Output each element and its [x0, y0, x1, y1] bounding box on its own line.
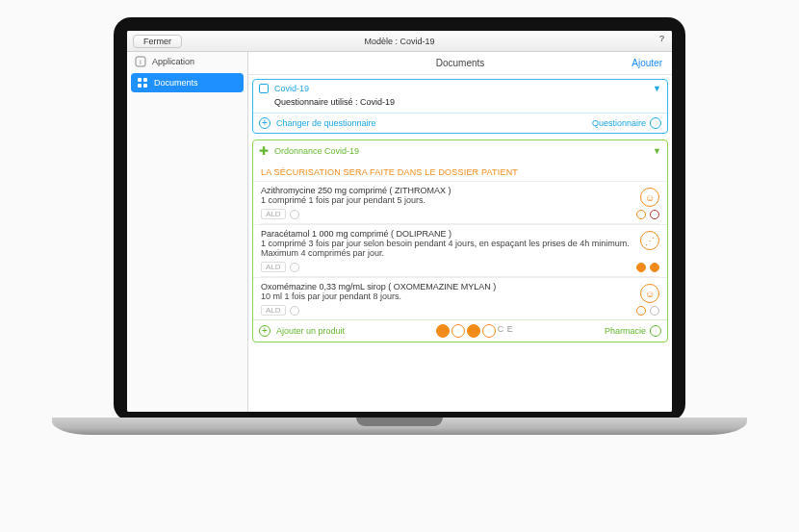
sidebar-item-label: Documents: [154, 78, 198, 88]
status-dot-icon: [636, 263, 646, 272]
add-product-label: Ajouter un produit: [276, 326, 345, 336]
info-icon: i: [135, 56, 146, 67]
close-button[interactable]: Fermer: [133, 35, 182, 48]
prescription-card: ✚ Ordonnance Covid-19 ▼ LA SÉCURISATION …: [252, 139, 668, 342]
status-dot-icon: [636, 306, 646, 316]
help-button[interactable]: ?: [659, 34, 664, 43]
main-header: Documents Ajouter: [248, 52, 672, 75]
svg-rect-5: [143, 84, 147, 88]
gear-icon: [650, 325, 661, 337]
doc-icon: [259, 84, 269, 93]
grid-icon: [137, 77, 148, 89]
change-questionnaire-button[interactable]: + Changer de questionnaire: [259, 117, 376, 129]
medication-dosage: 1 comprimé 3 fois par jour selon besoin …: [261, 239, 659, 258]
status-dot-warning-icon: [650, 210, 659, 219]
status-dot-icon: [650, 306, 659, 316]
main-title: Documents: [436, 58, 485, 68]
legend-icon: [451, 324, 465, 338]
pharmacie-label: Pharmacie: [605, 326, 646, 336]
svg-rect-3: [143, 78, 147, 82]
questionnaire-title: Covid-19: [274, 84, 309, 93]
app-window: Fermer Modèle : Covid-19 ? i Application: [127, 31, 672, 412]
laptop-frame: Fermer Modèle : Covid-19 ? i Application: [114, 17, 685, 421]
questionnaire-subtitle: Questionnaire utilisé : Covid-19: [253, 97, 667, 113]
questionnaire-header[interactable]: Covid-19 ▼: [253, 80, 667, 97]
ald-indicator-icon: [290, 306, 299, 316]
window-title: Modèle : Covid-19: [127, 37, 672, 46]
ce-mark: C E: [498, 324, 514, 338]
prescription-action-bar: + Ajouter un produit C E: [253, 319, 667, 342]
plus-icon: +: [259, 325, 271, 337]
legend-icon: [436, 324, 450, 338]
prescription-header[interactable]: ✚ Ordonnance Covid-19 ▼: [253, 140, 667, 162]
status-badge-icon: ☺: [640, 284, 659, 303]
legend-icon: [467, 324, 480, 338]
questionnaire-card: Covid-19 ▼ Questionnaire utilisé : Covid…: [252, 79, 668, 134]
questionnaire-settings-button[interactable]: Questionnaire: [592, 117, 661, 129]
main-panel: Documents Ajouter Covid-19 ▼ Questionnai…: [248, 52, 672, 412]
medication-item[interactable]: Azithromycine 250 mg comprimé ( ZITHROMA…: [253, 181, 667, 223]
status-dot-icon: [650, 263, 659, 272]
app-body: i Application Documents Documents Ajoute…: [127, 52, 672, 412]
pharmacie-settings-button[interactable]: Pharmacie: [605, 325, 661, 337]
svg-rect-4: [138, 84, 142, 88]
medical-cross-icon: ✚: [259, 144, 269, 158]
medication-name: Paracétamol 1 000 mg comprimé ( DOLIPRAN…: [261, 229, 659, 239]
add-product-button[interactable]: + Ajouter un produit: [259, 325, 345, 337]
prescription-legend-icons: C E: [436, 324, 514, 338]
sidebar-item-label: Application: [152, 57, 194, 66]
medication-status-icons: ☺: [640, 284, 659, 303]
change-questionnaire-label: Changer de questionnaire: [276, 118, 376, 128]
medication-item[interactable]: Oxomémazine 0,33 mg/mL sirop ( OXOMEMAZI…: [253, 277, 667, 319]
status-dot-icon: [636, 210, 646, 219]
ald-toggle[interactable]: ALD: [261, 209, 286, 219]
sidebar: i Application Documents: [127, 52, 248, 412]
ald-toggle[interactable]: ALD: [261, 262, 286, 272]
prescription-title: Ordonnance Covid-19: [274, 146, 359, 156]
medication-name: Oxomémazine 0,33 mg/mL sirop ( OXOMEMAZI…: [261, 282, 659, 291]
laptop-notch: [356, 418, 443, 426]
window-topbar: Fermer Modèle : Covid-19 ?: [127, 31, 672, 52]
ald-indicator-icon: [290, 263, 299, 272]
gear-icon: [650, 117, 661, 129]
medication-name: Azithromycine 250 mg comprimé ( ZITHROMA…: [261, 186, 659, 195]
sidebar-item-documents[interactable]: Documents: [131, 73, 244, 92]
medication-dosage: 1 comprimé 1 fois par jour pendant 5 jou…: [261, 195, 659, 205]
svg-text:i: i: [140, 58, 142, 66]
ald-indicator-icon: [290, 210, 299, 219]
plus-icon: +: [259, 117, 271, 129]
add-button[interactable]: Ajouter: [631, 58, 662, 68]
medication-status-icons: ⋰: [640, 231, 659, 250]
legend-icon: [482, 324, 496, 338]
chevron-down-icon[interactable]: ▼: [653, 146, 661, 156]
questionnaire-right-label: Questionnaire: [592, 118, 646, 128]
sidebar-item-application[interactable]: i Application: [127, 52, 247, 71]
medication-dosage: 10 ml 1 fois par jour pendant 8 jours.: [261, 291, 659, 301]
medication-status-icons: ☺: [640, 188, 659, 207]
ald-toggle[interactable]: ALD: [261, 305, 286, 316]
status-badge-icon: ⋰: [640, 231, 659, 250]
questionnaire-action-bar: + Changer de questionnaire Questionnaire: [253, 113, 667, 133]
medication-item[interactable]: Paracétamol 1 000 mg comprimé ( DOLIPRAN…: [253, 224, 667, 276]
documents-scroll[interactable]: Covid-19 ▼ Questionnaire utilisé : Covid…: [248, 75, 672, 412]
status-badge-icon: ☺: [640, 188, 659, 207]
prescription-warning: LA SÉCURISATION SERA FAITE DANS LE DOSSI…: [253, 162, 667, 181]
chevron-down-icon[interactable]: ▼: [653, 84, 661, 93]
svg-rect-2: [138, 78, 142, 82]
